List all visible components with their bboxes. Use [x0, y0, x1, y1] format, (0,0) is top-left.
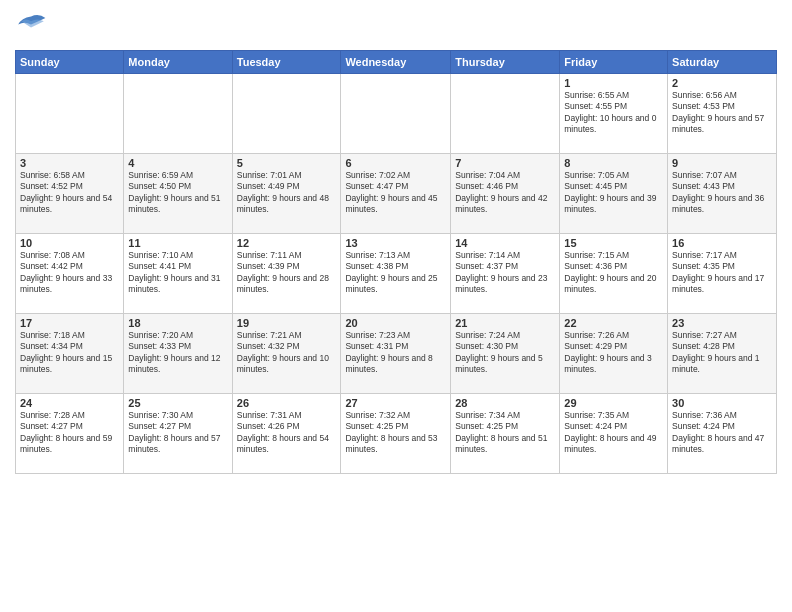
day-number: 2 — [672, 77, 772, 89]
day-info: Sunrise: 7:26 AM Sunset: 4:29 PM Dayligh… — [564, 330, 663, 376]
day-number: 29 — [564, 397, 663, 409]
calendar-cell: 2Sunrise: 6:56 AM Sunset: 4:53 PM Daylig… — [668, 74, 777, 154]
day-number: 9 — [672, 157, 772, 169]
calendar-cell: 15Sunrise: 7:15 AM Sunset: 4:36 PM Dayli… — [560, 234, 668, 314]
day-info: Sunrise: 7:17 AM Sunset: 4:35 PM Dayligh… — [672, 250, 772, 296]
day-info: Sunrise: 7:34 AM Sunset: 4:25 PM Dayligh… — [455, 410, 555, 456]
day-number: 5 — [237, 157, 337, 169]
calendar-table: SundayMondayTuesdayWednesdayThursdayFrid… — [15, 50, 777, 474]
weekday-header-monday: Monday — [124, 51, 232, 74]
calendar-cell: 28Sunrise: 7:34 AM Sunset: 4:25 PM Dayli… — [451, 394, 560, 474]
day-number: 3 — [20, 157, 119, 169]
day-number: 19 — [237, 317, 337, 329]
calendar-cell: 24Sunrise: 7:28 AM Sunset: 4:27 PM Dayli… — [16, 394, 124, 474]
calendar-cell: 27Sunrise: 7:32 AM Sunset: 4:25 PM Dayli… — [341, 394, 451, 474]
day-info: Sunrise: 7:20 AM Sunset: 4:33 PM Dayligh… — [128, 330, 227, 376]
calendar-cell — [341, 74, 451, 154]
calendar-cell: 23Sunrise: 7:27 AM Sunset: 4:28 PM Dayli… — [668, 314, 777, 394]
day-info: Sunrise: 7:36 AM Sunset: 4:24 PM Dayligh… — [672, 410, 772, 456]
weekday-header-tuesday: Tuesday — [232, 51, 341, 74]
day-info: Sunrise: 6:58 AM Sunset: 4:52 PM Dayligh… — [20, 170, 119, 216]
week-row-5: 24Sunrise: 7:28 AM Sunset: 4:27 PM Dayli… — [16, 394, 777, 474]
week-row-3: 10Sunrise: 7:08 AM Sunset: 4:42 PM Dayli… — [16, 234, 777, 314]
week-row-4: 17Sunrise: 7:18 AM Sunset: 4:34 PM Dayli… — [16, 314, 777, 394]
calendar-cell: 7Sunrise: 7:04 AM Sunset: 4:46 PM Daylig… — [451, 154, 560, 234]
day-number: 13 — [345, 237, 446, 249]
calendar-cell: 5Sunrise: 7:01 AM Sunset: 4:49 PM Daylig… — [232, 154, 341, 234]
day-info: Sunrise: 6:59 AM Sunset: 4:50 PM Dayligh… — [128, 170, 227, 216]
day-number: 22 — [564, 317, 663, 329]
calendar-cell: 9Sunrise: 7:07 AM Sunset: 4:43 PM Daylig… — [668, 154, 777, 234]
day-number: 12 — [237, 237, 337, 249]
day-info: Sunrise: 7:07 AM Sunset: 4:43 PM Dayligh… — [672, 170, 772, 216]
day-info: Sunrise: 7:08 AM Sunset: 4:42 PM Dayligh… — [20, 250, 119, 296]
day-number: 23 — [672, 317, 772, 329]
day-number: 11 — [128, 237, 227, 249]
day-info: Sunrise: 7:11 AM Sunset: 4:39 PM Dayligh… — [237, 250, 337, 296]
day-number: 21 — [455, 317, 555, 329]
day-number: 28 — [455, 397, 555, 409]
calendar-cell: 26Sunrise: 7:31 AM Sunset: 4:26 PM Dayli… — [232, 394, 341, 474]
calendar-cell: 17Sunrise: 7:18 AM Sunset: 4:34 PM Dayli… — [16, 314, 124, 394]
day-info: Sunrise: 7:31 AM Sunset: 4:26 PM Dayligh… — [237, 410, 337, 456]
day-info: Sunrise: 7:23 AM Sunset: 4:31 PM Dayligh… — [345, 330, 446, 376]
day-number: 15 — [564, 237, 663, 249]
calendar-cell: 20Sunrise: 7:23 AM Sunset: 4:31 PM Dayli… — [341, 314, 451, 394]
weekday-header-row: SundayMondayTuesdayWednesdayThursdayFrid… — [16, 51, 777, 74]
calendar-cell: 30Sunrise: 7:36 AM Sunset: 4:24 PM Dayli… — [668, 394, 777, 474]
calendar-cell: 3Sunrise: 6:58 AM Sunset: 4:52 PM Daylig… — [16, 154, 124, 234]
day-number: 30 — [672, 397, 772, 409]
day-info: Sunrise: 7:18 AM Sunset: 4:34 PM Dayligh… — [20, 330, 119, 376]
weekday-header-saturday: Saturday — [668, 51, 777, 74]
day-info: Sunrise: 7:13 AM Sunset: 4:38 PM Dayligh… — [345, 250, 446, 296]
calendar-cell: 13Sunrise: 7:13 AM Sunset: 4:38 PM Dayli… — [341, 234, 451, 314]
week-row-1: 1Sunrise: 6:55 AM Sunset: 4:55 PM Daylig… — [16, 74, 777, 154]
weekday-header-thursday: Thursday — [451, 51, 560, 74]
header — [15, 10, 777, 42]
calendar-cell: 11Sunrise: 7:10 AM Sunset: 4:41 PM Dayli… — [124, 234, 232, 314]
calendar-cell: 14Sunrise: 7:14 AM Sunset: 4:37 PM Dayli… — [451, 234, 560, 314]
day-info: Sunrise: 7:15 AM Sunset: 4:36 PM Dayligh… — [564, 250, 663, 296]
day-info: Sunrise: 7:14 AM Sunset: 4:37 PM Dayligh… — [455, 250, 555, 296]
calendar-cell: 6Sunrise: 7:02 AM Sunset: 4:47 PM Daylig… — [341, 154, 451, 234]
day-number: 10 — [20, 237, 119, 249]
day-info: Sunrise: 7:05 AM Sunset: 4:45 PM Dayligh… — [564, 170, 663, 216]
calendar-cell: 16Sunrise: 7:17 AM Sunset: 4:35 PM Dayli… — [668, 234, 777, 314]
day-info: Sunrise: 7:24 AM Sunset: 4:30 PM Dayligh… — [455, 330, 555, 376]
day-info: Sunrise: 7:01 AM Sunset: 4:49 PM Dayligh… — [237, 170, 337, 216]
day-info: Sunrise: 7:02 AM Sunset: 4:47 PM Dayligh… — [345, 170, 446, 216]
calendar-cell — [232, 74, 341, 154]
day-number: 18 — [128, 317, 227, 329]
day-number: 20 — [345, 317, 446, 329]
day-info: Sunrise: 7:30 AM Sunset: 4:27 PM Dayligh… — [128, 410, 227, 456]
day-number: 24 — [20, 397, 119, 409]
calendar-cell: 21Sunrise: 7:24 AM Sunset: 4:30 PM Dayli… — [451, 314, 560, 394]
page-container: SundayMondayTuesdayWednesdayThursdayFrid… — [0, 0, 792, 484]
calendar-cell: 19Sunrise: 7:21 AM Sunset: 4:32 PM Dayli… — [232, 314, 341, 394]
day-number: 8 — [564, 157, 663, 169]
day-info: Sunrise: 7:32 AM Sunset: 4:25 PM Dayligh… — [345, 410, 446, 456]
day-info: Sunrise: 7:28 AM Sunset: 4:27 PM Dayligh… — [20, 410, 119, 456]
calendar-cell: 10Sunrise: 7:08 AM Sunset: 4:42 PM Dayli… — [16, 234, 124, 314]
day-info: Sunrise: 7:21 AM Sunset: 4:32 PM Dayligh… — [237, 330, 337, 376]
day-number: 4 — [128, 157, 227, 169]
day-number: 7 — [455, 157, 555, 169]
weekday-header-friday: Friday — [560, 51, 668, 74]
day-number: 14 — [455, 237, 555, 249]
logo-icon — [15, 10, 47, 42]
weekday-header-wednesday: Wednesday — [341, 51, 451, 74]
logo — [15, 10, 51, 42]
day-info: Sunrise: 7:04 AM Sunset: 4:46 PM Dayligh… — [455, 170, 555, 216]
day-number: 17 — [20, 317, 119, 329]
week-row-2: 3Sunrise: 6:58 AM Sunset: 4:52 PM Daylig… — [16, 154, 777, 234]
calendar-cell: 8Sunrise: 7:05 AM Sunset: 4:45 PM Daylig… — [560, 154, 668, 234]
calendar-cell — [16, 74, 124, 154]
calendar-cell — [124, 74, 232, 154]
day-info: Sunrise: 6:55 AM Sunset: 4:55 PM Dayligh… — [564, 90, 663, 136]
weekday-header-sunday: Sunday — [16, 51, 124, 74]
day-number: 26 — [237, 397, 337, 409]
day-number: 6 — [345, 157, 446, 169]
day-number: 1 — [564, 77, 663, 89]
calendar-cell: 18Sunrise: 7:20 AM Sunset: 4:33 PM Dayli… — [124, 314, 232, 394]
day-info: Sunrise: 7:35 AM Sunset: 4:24 PM Dayligh… — [564, 410, 663, 456]
